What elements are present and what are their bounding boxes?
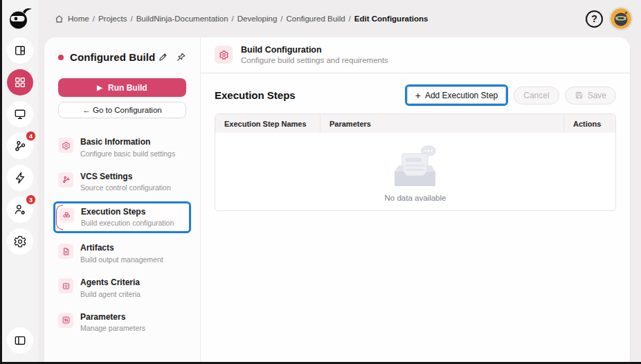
sidebar-item-pipelines[interactable]: 4 xyxy=(7,133,33,159)
breadcrumb-build[interactable]: Configured Build xyxy=(287,15,345,23)
menu-item-text: Basic Information Configure basic build … xyxy=(80,137,175,158)
menu-item-subtitle: Build output management xyxy=(80,255,163,264)
help-icon: ? xyxy=(591,13,597,24)
sidebar-item-settings[interactable] xyxy=(7,228,33,255)
menu-item-vcs-settings[interactable]: VCS Settings Source control configuratio… xyxy=(53,167,191,198)
breadcrumb-separator: / xyxy=(93,15,95,23)
panel-toggle-icon xyxy=(13,334,27,347)
column-header-step-names: Execution Step Names xyxy=(215,114,320,133)
vcs-branch-icon xyxy=(58,172,73,188)
column-header-parameters: Parameters xyxy=(320,114,564,133)
breadcrumb-home[interactable]: Home xyxy=(68,15,89,23)
table-header-row: Execution Step Names Parameters Actions xyxy=(215,114,615,133)
run-build-label: Run Build xyxy=(108,83,147,93)
menu-item-subtitle: Configure basic build settings xyxy=(80,149,175,158)
menu-item-subtitle: Manage parameters xyxy=(80,323,145,333)
breadcrumb-project[interactable]: BuildNinja-Documentation xyxy=(136,15,228,23)
lightning-icon xyxy=(13,171,27,185)
menu-item-parameters[interactable]: Parameters Manage parameters xyxy=(53,307,191,338)
user-avatar[interactable] xyxy=(611,8,631,29)
breadcrumb-current: Edit Configurations xyxy=(354,15,428,23)
page-title: Build Configuration xyxy=(241,45,388,55)
breadcrumb-separator: / xyxy=(349,15,351,23)
agents-criteria-icon xyxy=(58,278,73,293)
menu-item-text: Execution Steps Build execution configur… xyxy=(81,207,174,228)
menu-item-title: Basic Information xyxy=(80,137,175,148)
home-icon xyxy=(55,15,64,24)
build-config-gear-icon xyxy=(215,46,233,64)
grid-icon xyxy=(13,75,27,89)
edit-pencil-icon[interactable] xyxy=(158,52,168,62)
menu-item-agents-criteria[interactable]: Agents Criteria Build agent criteria xyxy=(53,273,191,304)
sidebar-item-user-agents[interactable]: 3 xyxy=(7,197,33,223)
sidebar-collapse-toggle[interactable] xyxy=(7,327,33,354)
buildninja-logo[interactable] xyxy=(6,4,34,32)
run-build-button[interactable]: ▶ Run Build xyxy=(58,78,186,97)
page-subtitle: Configure build settings and requirement… xyxy=(241,56,388,64)
column-header-actions: Actions xyxy=(564,114,615,133)
topbar: Home / Projects / BuildNinja-Documentati… xyxy=(38,0,641,37)
breadcrumb-separator: / xyxy=(232,15,234,23)
sidebar-item-agents-monitor[interactable] xyxy=(7,101,33,127)
execution-steps-icon xyxy=(59,208,74,223)
add-execution-step-button[interactable]: + Add Execution Step xyxy=(407,87,507,104)
pin-icon[interactable] xyxy=(176,52,186,62)
menu-item-text: Artifacts Build output management xyxy=(80,243,163,264)
monitor-icon xyxy=(13,107,27,121)
execution-steps-section-header: Execution Steps + Add Execution Step Can… xyxy=(201,73,630,113)
header-text: Build Configuration Configure build sett… xyxy=(241,45,388,64)
menu-item-title: Parameters xyxy=(80,312,145,323)
git-branch-icon xyxy=(13,139,27,153)
basic-info-gear-icon xyxy=(58,138,73,153)
save-button-label: Save xyxy=(588,91,606,100)
avatar-ninja-icon xyxy=(611,8,631,29)
breadcrumb-subproject[interactable]: Developing xyxy=(237,15,278,23)
empty-inbox-illustration xyxy=(384,142,446,190)
breadcrumb-separator: / xyxy=(280,15,282,23)
sidebar-item-dashboard[interactable] xyxy=(7,37,33,64)
user-gear-icon xyxy=(13,203,27,217)
menu-item-artifacts[interactable]: Artifacts Build output management xyxy=(53,238,191,269)
menu-item-title: Artifacts xyxy=(80,243,163,254)
menu-item-title: VCS Settings xyxy=(80,172,171,183)
save-button[interactable]: Save xyxy=(565,87,616,104)
sidebar-item-projects-active[interactable] xyxy=(7,69,33,95)
build-config-panel: Configured Build ▶ Run Build ← Go to Con… xyxy=(44,37,201,362)
help-button[interactable]: ? xyxy=(586,10,603,28)
play-icon: ▶ xyxy=(97,84,102,91)
build-name-title: Configured Build xyxy=(70,51,155,63)
config-menu: Basic Information Configure basic build … xyxy=(58,132,186,338)
menu-item-title: Execution Steps xyxy=(81,207,174,218)
parameters-sliders-icon xyxy=(58,313,73,328)
pipelines-badge: 4 xyxy=(26,131,36,141)
gear-icon xyxy=(13,235,27,248)
menu-item-basic-information[interactable]: Basic Information Configure basic build … xyxy=(53,132,191,163)
artifacts-file-icon xyxy=(58,244,73,259)
menu-item-title: Agents Criteria xyxy=(80,277,141,289)
main-content: Build Configuration Configure build sett… xyxy=(201,37,630,362)
execution-steps-table: Execution Step Names Parameters Actions xyxy=(215,113,616,211)
icon-rail: 4 3 xyxy=(2,0,38,362)
sidebar-item-actions[interactable] xyxy=(7,165,33,191)
go-to-configuration-button[interactable]: ← Go to Configuration xyxy=(58,102,186,118)
menu-item-text: Agents Criteria Build agent criteria xyxy=(80,277,141,299)
menu-item-execution-steps[interactable]: Execution Steps Build execution configur… xyxy=(53,201,191,234)
ninja-logo-icon xyxy=(6,4,34,32)
content-card: Configured Build ▶ Run Build ← Go to Con… xyxy=(44,37,630,362)
cancel-button[interactable]: Cancel xyxy=(514,87,559,104)
plus-icon: + xyxy=(415,91,421,100)
panel-title-row: Configured Build xyxy=(58,51,186,63)
breadcrumb: Home / Projects / BuildNinja-Documentati… xyxy=(55,15,428,24)
layout-icon xyxy=(13,44,27,57)
agents-badge: 3 xyxy=(26,194,36,205)
save-icon xyxy=(575,91,584,100)
section-actions: + Add Execution Step Cancel Save xyxy=(405,84,616,106)
menu-item-subtitle: Build execution configuration xyxy=(81,218,174,228)
build-configuration-header: Build Configuration Configure build sett… xyxy=(201,37,630,73)
breadcrumb-projects[interactable]: Projects xyxy=(98,15,127,23)
no-data-text: No data available xyxy=(385,194,446,202)
highlight-box: + Add Execution Step xyxy=(405,84,509,106)
section-title: Execution Steps xyxy=(215,89,296,101)
menu-item-subtitle: Build agent criteria xyxy=(80,289,141,299)
table-empty-state: No data available xyxy=(215,133,615,210)
